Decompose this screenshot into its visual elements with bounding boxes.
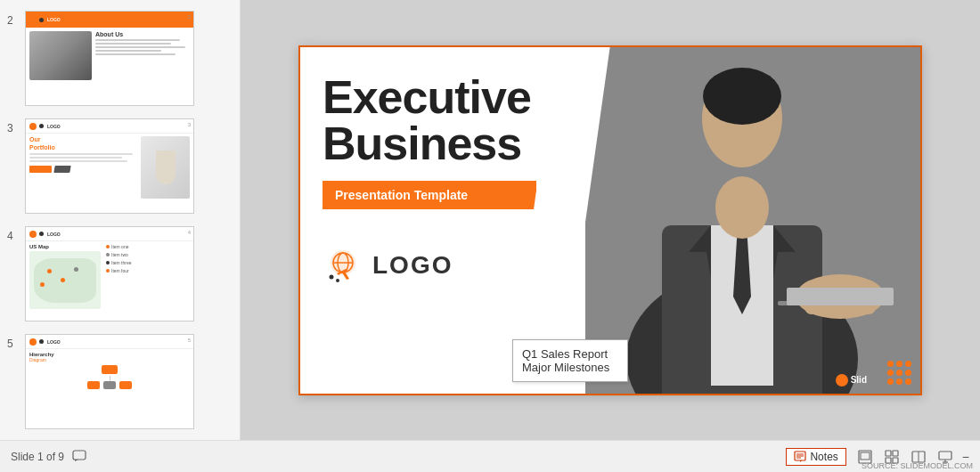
slide-item-5[interactable]: 5 LOGO Hierarchy Diagram: [0, 330, 240, 433]
tree-child-3: [119, 381, 132, 389]
slide-item-2[interactable]: 2 LOGO About Us: [0, 7, 240, 110]
slide-subtitle-bar: Presentation Template: [323, 181, 536, 209]
thumb5-body: Hierarchy Diagram: [26, 349, 193, 392]
status-left: Slide 1 of 9: [11, 449, 87, 465]
thumb4-header: LOGO: [26, 227, 193, 241]
svg-point-5: [336, 279, 339, 282]
thumb2-text: About Us: [95, 31, 190, 80]
svg-point-14: [715, 176, 769, 239]
thumb2-badge: 2: [188, 14, 191, 20]
thumb2-lines: [95, 39, 190, 55]
slide-number-2: 2: [7, 14, 20, 27]
slide-watermark: Slid: [836, 374, 867, 387]
slide-number-4: 4: [7, 230, 20, 242]
thumb4-map: [29, 251, 101, 309]
slide-item-4[interactable]: 4 LOGO US Map: [0, 223, 240, 325]
slide-title-line1: Executive: [323, 74, 563, 120]
thumb5-tree: [29, 365, 190, 389]
thumb3-right: [141, 136, 190, 199]
slide-thumb-2[interactable]: LOGO About Us: [25, 11, 194, 106]
thumb3-body: Our Portfolio: [26, 134, 193, 201]
main-area: 2 LOGO About Us: [0, 0, 980, 440]
svg-rect-17: [73, 451, 86, 460]
thumb5-subtitle: Diagram: [29, 357, 190, 362]
thumb5-badge: 5: [188, 338, 191, 343]
logo-icon: [323, 245, 363, 286]
slide-main-container: Executive Business Presentation Template: [241, 0, 980, 440]
tree-children: [87, 381, 132, 389]
svg-rect-23: [861, 452, 870, 460]
slide-number-5: 5: [7, 338, 20, 350]
notes-button[interactable]: Notes: [786, 448, 845, 466]
thumb4-body: US Map Item: [26, 241, 193, 312]
slide-title-line2: Business: [323, 120, 563, 167]
svg-point-16: [703, 68, 781, 125]
slide-thumb-5[interactable]: LOGO Hierarchy Diagram: [25, 334, 194, 429]
slide-view-area: Executive Business Presentation Template: [241, 0, 980, 440]
thumb3-title: Our: [29, 136, 138, 142]
thumb3-header: LOGO: [26, 119, 193, 134]
notes-icon: [794, 451, 806, 463]
tree-child-2: [103, 381, 116, 389]
source-credit: SOURCE: SLIDEMODEL.COM: [862, 461, 973, 470]
status-bar: Slide 1 of 9 Notes: [0, 440, 980, 472]
thumb3-lines: [29, 153, 138, 162]
slide-panel: 2 LOGO About Us: [0, 0, 241, 440]
tree-child-1: [87, 381, 100, 389]
notes-button-label: Notes: [810, 451, 837, 463]
svg-rect-30: [939, 452, 951, 460]
thumb2-header: LOGO: [26, 12, 193, 28]
thumb3-left: Our Portfolio: [29, 136, 138, 199]
slide-logo-text: LOGO: [372, 251, 453, 280]
slide-thumb-3[interactable]: LOGO Our Portfolio: [25, 118, 194, 214]
comment-icon[interactable]: [71, 449, 87, 465]
tree-node-root: [102, 365, 118, 374]
slide-number-3: 3: [7, 122, 20, 134]
notes-line1: Q1 Sales Report: [522, 347, 618, 361]
slide-thumb-4[interactable]: LOGO US Map: [25, 226, 194, 321]
thumb2-title: About Us: [95, 31, 190, 37]
thumb4-legend: Item one Item two Item three: [106, 244, 190, 309]
thumb4-badge: 4: [188, 230, 191, 235]
slide-counter: Slide 1 of 9: [11, 451, 64, 463]
svg-rect-13: [787, 288, 894, 305]
svg-rect-24: [886, 451, 891, 456]
thumb3-badge: 3: [188, 122, 191, 127]
slide-orange-dots: [887, 361, 911, 385]
thumb2-image: [29, 31, 92, 80]
svg-point-4: [330, 274, 334, 279]
thumb2-body: About Us: [26, 28, 193, 84]
app-container: 2 LOGO About Us: [0, 0, 980, 472]
notes-line2: Major Milestones: [522, 361, 618, 374]
svg-rect-25: [893, 451, 898, 456]
thumb5-header: LOGO: [26, 335, 193, 349]
slide-item-3[interactable]: 3 LOGO Our Portfolio: [0, 115, 240, 217]
notes-popup: Q1 Sales Report Major Milestones: [512, 339, 628, 382]
